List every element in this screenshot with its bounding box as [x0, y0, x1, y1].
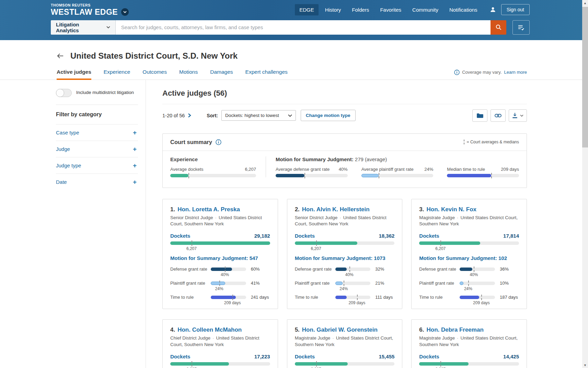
back-button[interactable]: [57, 52, 64, 59]
tab-expert-challenges[interactable]: Expert challenges: [245, 69, 288, 80]
time-to-rule-label: Time to rule: [295, 295, 335, 300]
info-icon[interactable]: [216, 139, 221, 145]
msj-line: Motion for Summary Judgment:1073: [295, 255, 395, 261]
sidebar-item-judge[interactable]: Judge +: [56, 141, 138, 157]
tab-motions[interactable]: Motions: [179, 69, 198, 80]
median-time-to-rule-bar: [447, 174, 519, 177]
change-motion-type-button[interactable]: Change motion type: [301, 110, 356, 121]
judge-subtitle: Senior District Judge·United States Dist…: [295, 215, 395, 228]
defense-grant-rate-bar: 40%: [211, 268, 246, 271]
brand-logo: THOMSON REUTERS WESTLAW EDGE: [51, 3, 129, 16]
sidebar-item-date[interactable]: Date +: [56, 174, 138, 190]
search-scope-label: Litigation Analytics: [56, 22, 103, 33]
median-time-to-rule-value: 209 days: [501, 167, 519, 172]
time-to-rule-bar: 209 days: [335, 296, 371, 299]
judge-role: Magistrate Judge: [295, 335, 331, 341]
save-to-folder-button[interactable]: [472, 109, 487, 122]
sort-select[interactable]: Dockets: highest to lowest: [221, 110, 296, 121]
checklist-icon: [518, 24, 524, 31]
avg-plaintiff-grant-label: Average plaintiff grant rate: [361, 167, 414, 172]
summary-msj-heading: Motion for Summary Judgment:: [276, 156, 354, 162]
judge-rank: 5.: [295, 327, 300, 333]
judge-name-link[interactable]: Hon. Debra Freeman: [427, 327, 484, 333]
scroll-down-arrow[interactable]: ▼: [582, 362, 588, 368]
court-average-marker: [344, 281, 344, 286]
tab-experience[interactable]: Experience: [104, 69, 130, 80]
court-summary-card: Court summary = Court averages & medians…: [162, 133, 527, 188]
judge-card: 6.Hon. Debra Freeman Magistrate Judge·Un…: [411, 319, 527, 368]
results-toolbar: 1-20 of 56 Sort: Dockets: highest to low…: [162, 109, 527, 122]
dockets-value: 18,362: [379, 233, 394, 239]
avg-defense-grant-value: 40%: [339, 167, 348, 172]
court-summary-title: Court summary: [170, 139, 212, 145]
sidebar-item-case-type[interactable]: Case type +: [56, 124, 138, 141]
dockets-label: Dockets: [419, 354, 439, 359]
msj-line: Motion for Summary Judgment:102: [419, 255, 519, 261]
judge-role: Senior District Judge: [295, 215, 338, 220]
court-average-marker: [491, 173, 492, 178]
court-average-label: 24%: [339, 286, 348, 291]
summary-msj-value: 279 (average): [355, 156, 387, 162]
search-input[interactable]: [116, 20, 491, 35]
average-dockets-value: 6,207: [245, 167, 256, 172]
nav-item-community[interactable]: Community: [408, 4, 443, 15]
vertical-scrollbar[interactable]: ▲ ▼: [582, 0, 588, 368]
dockets-label: Dockets: [295, 354, 315, 359]
plaintiff-grant-rate-bar: 24%: [335, 282, 371, 285]
coverage-learn-more-link[interactable]: Learn more: [504, 70, 527, 75]
sort-value: Dockets: highest to lowest: [225, 113, 279, 118]
pagination[interactable]: 1-20 of 56: [162, 113, 192, 118]
average-dockets-label: Average dockets: [170, 167, 204, 172]
sign-out-button[interactable]: Sign out: [501, 4, 530, 15]
judge-subtitle: Magistrate Judge·United States District …: [419, 215, 519, 228]
tab-damages[interactable]: Damages: [210, 69, 233, 80]
nav-item-folders[interactable]: Folders: [347, 4, 373, 15]
multidistrict-toggle[interactable]: [56, 89, 72, 97]
defense-grant-rate-label: Defense grant rate: [170, 266, 211, 272]
bullet-separator: ·: [339, 215, 341, 220]
time-to-rule-label: Time to rule: [419, 295, 460, 300]
sidebar-item-judge-type[interactable]: Judge type +: [56, 157, 138, 174]
search-button[interactable]: [491, 20, 507, 35]
tab-outcomes[interactable]: Outcomes: [142, 69, 167, 80]
dockets-value: 14,425: [503, 354, 519, 359]
nav-item-edge[interactable]: EDGE: [295, 4, 319, 15]
nav-item-favorites[interactable]: Favorites: [376, 4, 406, 15]
nav-item-history[interactable]: History: [321, 4, 346, 15]
defense-grant-rate-value: 60%: [246, 266, 270, 272]
plus-icon: +: [133, 179, 137, 185]
court-average-marker: [440, 361, 441, 367]
info-icon: [454, 70, 460, 75]
search-scope-dropdown[interactable]: Litigation Analytics: [51, 20, 116, 35]
plaintiff-grant-rate-label: Plaintiff grant rate: [295, 281, 335, 286]
judge-name-link[interactable]: Hon. Gabriel W. Gorenstein: [302, 327, 378, 333]
judge-name-link[interactable]: Hon. Loretta A. Preska: [177, 206, 240, 213]
court-average-marker: [304, 173, 305, 178]
plus-icon: +: [133, 129, 137, 136]
dockets-bar: 6,207: [419, 362, 519, 366]
download-button[interactable]: [509, 109, 527, 122]
research-report-button[interactable]: [512, 20, 530, 35]
judge-name-link[interactable]: Hon. Colleen McMahon: [177, 327, 242, 333]
plaintiff-grant-rate-value: 21%: [370, 281, 394, 286]
nav-item-notifications[interactable]: Notifications: [445, 4, 482, 15]
copy-link-button[interactable]: [491, 109, 506, 122]
plus-icon: +: [133, 146, 137, 152]
scrollbar-thumb[interactable]: [582, 7, 588, 147]
court-average-marker: [468, 281, 469, 286]
plus-icon: +: [133, 162, 137, 169]
bullet-separator: ·: [457, 335, 459, 341]
judge-name-link[interactable]: Hon. Kevin N. Fox: [427, 206, 476, 213]
court-average-marker: [349, 266, 350, 272]
brand-dropdown-button[interactable]: [121, 8, 129, 16]
tab-active-judges[interactable]: Active judges: [57, 69, 91, 80]
time-to-rule-bar: 209 days: [460, 296, 495, 299]
scroll-up-arrow[interactable]: ▲: [582, 0, 588, 6]
bullet-separator: ·: [332, 335, 334, 341]
judge-name-link[interactable]: Hon. Alvin K. Hellerstein: [302, 206, 370, 213]
court-average-label: 40%: [470, 272, 478, 277]
user-account-button[interactable]: [489, 6, 496, 13]
court-average-label: 6,207: [186, 246, 197, 251]
msj-count: 102: [498, 255, 507, 261]
judge-role: Magistrate Judge: [419, 335, 455, 341]
